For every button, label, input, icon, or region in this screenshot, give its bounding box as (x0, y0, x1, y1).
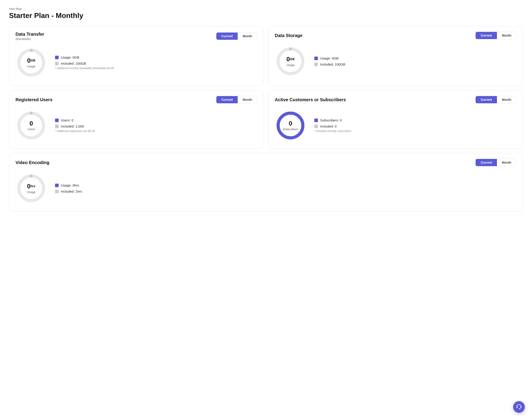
card-body-data-transfer: 0GB Usage Usage: 0GB Included: 100GB * A… (16, 47, 257, 78)
donut-data-transfer: 0GB Usage (16, 47, 47, 78)
legend-dot-blue (55, 119, 59, 122)
donut-unit-data-transfer: GB (31, 59, 35, 62)
legend-dot-blue (314, 119, 318, 122)
card-data-storage: Data Storage Current Month 0GB Usage (268, 26, 523, 86)
legend-dot-gray (55, 125, 59, 128)
legend-item: Included: 100GB (314, 62, 345, 66)
donut-value-registered-users: 0 (27, 120, 35, 127)
toggle-subscribers: Current Month (475, 96, 516, 104)
legend-item: Included: 1,000 (55, 124, 95, 128)
toggle-current-subscribers[interactable]: Current (476, 96, 497, 103)
card-header-data-transfer: Data Transfer (Bandwidth) Current Month (16, 32, 257, 41)
card-body-subscribers: 0 Subscribers Subscribers: 0 Included: 0… (275, 110, 516, 141)
card-header-subscribers: Active Customers or Subscribers Current … (275, 96, 516, 104)
donut-label-subscribers: Subscribers (283, 128, 298, 131)
donut-registered-users: 0 Users (16, 110, 47, 141)
legend-text: Usage: 0GB (61, 55, 79, 59)
legend-dot-blue (314, 57, 318, 60)
donut-value-video-encoding: 0hrs (27, 183, 35, 189)
card-title-registered-users: Registered Users (16, 97, 53, 102)
legend-data-storage: Usage: 0GB Included: 100GB (314, 56, 345, 66)
toggle-month-data-storage[interactable]: Month (497, 32, 516, 39)
donut-video-encoding: 0hrs Usage (16, 173, 47, 204)
card-header-video-encoding: Video Encoding Current Month (16, 159, 516, 166)
your-plan-label: Your Plan: (9, 7, 523, 11)
legend-dot-gray (314, 125, 318, 128)
legend-dot-blue (55, 56, 59, 59)
donut-value-subscribers: 0 (283, 120, 298, 127)
legend-item: Usage: 0GB (55, 55, 115, 59)
donut-value-data-transfer: 0GB (27, 58, 35, 64)
donut-label-data-storage: Usage (286, 63, 295, 67)
donut-value-data-storage: 0GB (286, 56, 295, 62)
toggle-month-subscribers[interactable]: Month (497, 96, 516, 103)
legend-text: Included: 1hrs (61, 189, 82, 193)
card-title-subscribers: Active Customers or Subscribers (275, 97, 346, 102)
legend-note-registered-users: * Additional registered user $0.05. (55, 130, 95, 133)
card-header-data-storage: Data Storage Current Month (275, 32, 516, 39)
legend-text: Users: 0 (61, 118, 74, 122)
card-body-data-storage: 0GB Usage Usage: 0GB Included: 100GB (275, 45, 516, 77)
toggle-data-transfer: Current Month (216, 32, 257, 40)
card-title-video-encoding: Video Encoding (16, 160, 49, 165)
donut-unit-video-encoding: hrs (31, 184, 35, 188)
legend-item: Included: 1hrs (55, 189, 82, 193)
card-title-data-transfer: Data Transfer (16, 32, 44, 37)
toggle-month-registered-users[interactable]: Month (238, 96, 257, 103)
card-title-data-storage: Data Storage (275, 33, 302, 38)
legend-video-encoding: Usage: 0hrs Included: 1hrs (55, 183, 82, 193)
legend-item: Included: 100GB (55, 61, 115, 65)
legend-text: Included: 100GB (320, 62, 345, 66)
toggle-current-data-storage[interactable]: Current (476, 32, 497, 39)
legend-dot-blue (55, 184, 59, 187)
legend-text: Included: 100GB (61, 61, 86, 65)
card-body-registered-users: 0 Users Users: 0 Included: 1,000 * Addit… (16, 110, 257, 141)
legend-text: Usage: 0hrs (61, 183, 79, 187)
legend-note-subscribers: * Included monthly subscribers. (314, 130, 352, 133)
toggle-month-data-transfer[interactable]: Month (238, 32, 257, 40)
legend-item: Usage: 0hrs (55, 183, 82, 187)
legend-text: Included: 0 (320, 124, 337, 128)
legend-dot-gray (55, 62, 59, 65)
card-subtitle-data-transfer: (Bandwidth) (16, 37, 44, 41)
toggle-current-registered-users[interactable]: Current (216, 96, 238, 103)
legend-text: Usage: 0GB (320, 56, 339, 60)
donut-unit-data-storage: GB (290, 58, 295, 60)
card-body-video-encoding: 0hrs Usage Usage: 0hrs Included: 1hrs (16, 173, 516, 204)
toggle-video-encoding: Current Month (475, 159, 516, 166)
legend-registered-users: Users: 0 Included: 1,000 * Additional re… (55, 118, 95, 133)
card-header-registered-users: Registered Users Current Month (16, 96, 257, 104)
legend-item: Included: 0 (314, 124, 352, 128)
card-subscribers: Active Customers or Subscribers Current … (268, 90, 523, 149)
card-data-transfer: Data Transfer (Bandwidth) Current Month … (9, 26, 264, 86)
donut-data-storage: 0GB Usage (275, 45, 306, 77)
legend-item: Users: 0 (55, 118, 95, 122)
toggle-data-storage: Current Month (475, 32, 516, 39)
page-title: Starter Plan - Monthly (9, 12, 523, 20)
card-registered-users: Registered Users Current Month 0 Users (9, 90, 264, 149)
toggle-registered-users: Current Month (216, 96, 257, 104)
legend-data-transfer: Usage: 0GB Included: 100GB * Additional … (55, 55, 115, 70)
donut-label-data-transfer: Usage (27, 65, 35, 68)
legend-item: Subscribers: 0 (314, 118, 352, 122)
legend-text: Subscribers: 0 (320, 118, 342, 122)
legend-dot-gray (55, 190, 59, 193)
legend-dot-gray (314, 63, 318, 66)
donut-label-video-encoding: Usage (27, 190, 35, 194)
legend-note-data-transfer: * Additional monthly bandwidth (worldwid… (55, 67, 115, 70)
toggle-month-video-encoding[interactable]: Month (497, 159, 516, 166)
donut-label-registered-users: Users (27, 128, 35, 131)
toggle-current-video-encoding[interactable]: Current (476, 159, 497, 166)
legend-text: Included: 1,000 (61, 124, 84, 128)
cards-grid: Data Transfer (Bandwidth) Current Month … (9, 26, 523, 211)
legend-subscribers: Subscribers: 0 Included: 0 * Included mo… (314, 118, 352, 133)
legend-item: Usage: 0GB (314, 56, 345, 60)
donut-subscribers: 0 Subscribers (275, 110, 306, 141)
card-video-encoding: Video Encoding Current Month 0hrs Usage (9, 153, 523, 211)
toggle-current-data-transfer[interactable]: Current (216, 32, 238, 40)
